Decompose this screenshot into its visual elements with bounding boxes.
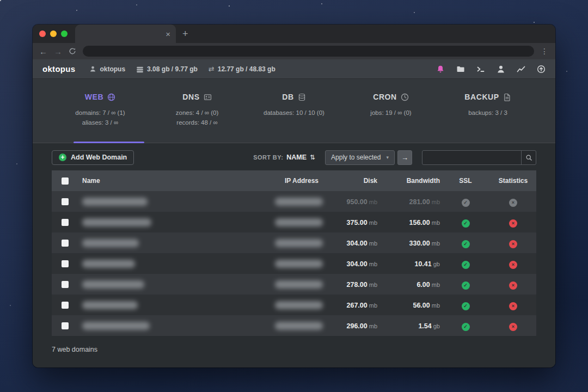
window-controls [39, 30, 68, 37]
dns-server-icon [204, 93, 212, 101]
apply-action-button[interactable]: → [397, 150, 412, 165]
ssl-status-icon[interactable]: ✓ [462, 261, 470, 269]
browser-tab[interactable]: × [75, 24, 176, 43]
profile-icon[interactable] [497, 65, 505, 74]
table-row[interactable]: 278.00mb 6.00mb ✓ × [52, 274, 536, 295]
section-tabs: WEB domains: 7 / ∞ (1) aliases: 3 / ∞ DN… [33, 79, 555, 143]
sort-arrows-icon: ⇅ [310, 154, 315, 161]
tab-web-label: WEB [85, 93, 103, 101]
account-indicator[interactable]: oktopus [89, 65, 125, 73]
header-ip-address: IP Address [275, 177, 332, 185]
app-header: oktopus oktopus 3.08 gb / 9.77 gb ⇄ 12.7… [33, 59, 555, 79]
header-ssl: SSL [441, 177, 490, 185]
close-tab-icon[interactable]: × [166, 30, 170, 38]
dns-records-stat: records: 48 / ∞ [149, 118, 246, 127]
account-name: oktopus [100, 65, 125, 73]
blurred-domain-name [82, 280, 144, 289]
ssl-status-icon[interactable]: ✓ [462, 219, 470, 228]
statistics-status-icon[interactable]: × [509, 240, 517, 248]
tab-dns-label: DNS [182, 93, 199, 101]
table-row[interactable]: 267.00mb 56.00mb ✓ × [52, 295, 536, 315]
header-actions [436, 65, 546, 74]
table-row[interactable]: 304.00mb 10.41gb ✓ × [52, 253, 536, 274]
select-all-checkbox[interactable] [62, 177, 69, 185]
ssl-status-icon[interactable]: ✓ [462, 199, 470, 207]
blurred-domain-name [82, 218, 151, 226]
app-logo[interactable]: oktopus [42, 64, 75, 74]
web-aliases-stat: aliases: 3 / ∞ [52, 118, 149, 127]
blurred-domain-name [82, 260, 135, 268]
ssl-status-icon[interactable]: ✓ [462, 323, 470, 331]
database-icon [298, 93, 306, 101]
forward-icon[interactable]: → [54, 47, 62, 56]
tab-backup[interactable]: BACKUP backups: 3 / 3 [439, 79, 536, 143]
ssl-status-icon[interactable]: ✓ [462, 281, 470, 290]
statistics-status-icon[interactable]: × [509, 281, 517, 290]
close-window-button[interactable] [39, 30, 46, 37]
ssl-status-icon[interactable]: ✓ [462, 302, 470, 310]
table-row[interactable]: 375.00mb 156.00mb ✓ × [52, 212, 536, 232]
row-checkbox[interactable] [62, 260, 69, 267]
tab-cron-label: CRON [373, 93, 397, 101]
blurred-ip-address [275, 218, 323, 226]
header-statistics: Statistics [490, 177, 536, 185]
new-tab-button[interactable]: + [182, 29, 188, 39]
backup-file-icon [503, 93, 511, 101]
tab-cron[interactable]: CRON jobs: 19 / ∞ (0) [342, 79, 439, 143]
statistics-status-icon[interactable]: × [509, 323, 517, 331]
statistics-status-icon[interactable]: × [509, 199, 517, 207]
blurred-ip-address [275, 198, 323, 206]
blurred-ip-address [275, 322, 323, 330]
zoom-window-button[interactable] [61, 30, 68, 37]
blurred-domain-name [82, 239, 139, 247]
hard-drive-icon [136, 65, 144, 73]
address-bar[interactable] [83, 46, 534, 57]
row-checkbox[interactable] [62, 281, 69, 288]
row-checkbox[interactable] [62, 322, 69, 329]
disk-usage: 3.08 gb / 9.77 gb [136, 65, 198, 73]
sort-value: NAME [286, 154, 307, 161]
notifications-bell-icon[interactable] [436, 65, 445, 74]
reload-icon[interactable] [69, 47, 76, 55]
table-row[interactable]: 304.00mb 330.00mb ✓ × [52, 232, 536, 253]
tab-web[interactable]: WEB domains: 7 / ∞ (1) aliases: 3 / ∞ [52, 79, 149, 143]
table-row[interactable]: 296.00mb 1.54gb ✓ × [52, 315, 536, 336]
statistics-chart-icon[interactable] [517, 65, 525, 74]
backup-count-stat: backups: 3 / 3 [439, 108, 536, 118]
transfer-icon: ⇄ [209, 65, 215, 73]
file-manager-folder-icon[interactable] [456, 65, 465, 74]
header-name: Name [78, 177, 275, 185]
search-icon[interactable] [521, 151, 536, 164]
bandwidth-usage: ⇄ 12.77 gb / 48.83 gb [209, 65, 275, 73]
logout-up-arrow-icon[interactable] [537, 65, 546, 74]
list-toolbar: + Add Web Domain SORT BY: NAME ⇅ Apply t… [52, 143, 536, 165]
web-domains-stat: domains: 7 / ∞ (1) [52, 108, 149, 118]
minimize-window-button[interactable] [50, 30, 57, 37]
statistics-status-icon[interactable]: × [509, 219, 517, 228]
plus-icon: + [59, 154, 66, 161]
cron-jobs-stat: jobs: 19 / ∞ (0) [342, 108, 439, 118]
statistics-status-icon[interactable]: × [509, 302, 517, 310]
row-checkbox[interactable] [62, 219, 69, 226]
row-checkbox[interactable] [62, 302, 69, 309]
blurred-ip-address [275, 280, 323, 289]
terminal-icon[interactable] [476, 65, 485, 74]
sort-control[interactable]: SORT BY: NAME ⇅ [253, 154, 315, 161]
ssl-status-icon[interactable]: ✓ [462, 240, 470, 248]
add-web-domain-button[interactable]: + Add Web Domain [52, 150, 134, 165]
row-checkbox[interactable] [62, 240, 69, 247]
statistics-status-icon[interactable]: × [509, 261, 517, 269]
browser-toolbar: ← → ⋮ [33, 43, 555, 59]
back-icon[interactable]: ← [39, 47, 47, 56]
search-input[interactable] [422, 151, 521, 164]
tab-backup-label: BACKUP [464, 93, 499, 101]
web-domains-table: Name IP Address Disk Bandwidth SSL Stati… [52, 170, 536, 336]
table-row[interactable]: 950.00mb 281.00mb ✓ × [52, 191, 536, 212]
apply-to-selected-dropdown[interactable]: Apply to selected ▾ [325, 150, 395, 165]
tab-db[interactable]: DB databases: 10 / 10 (0) [246, 79, 342, 143]
blurred-ip-address [275, 260, 323, 268]
row-checkbox[interactable] [62, 198, 69, 205]
tab-dns[interactable]: DNS zones: 4 / ∞ (0) records: 48 / ∞ [149, 79, 246, 143]
bandwidth-usage-value: 12.77 gb / 48.83 gb [218, 65, 275, 73]
browser-menu-icon[interactable]: ⋮ [541, 47, 549, 56]
